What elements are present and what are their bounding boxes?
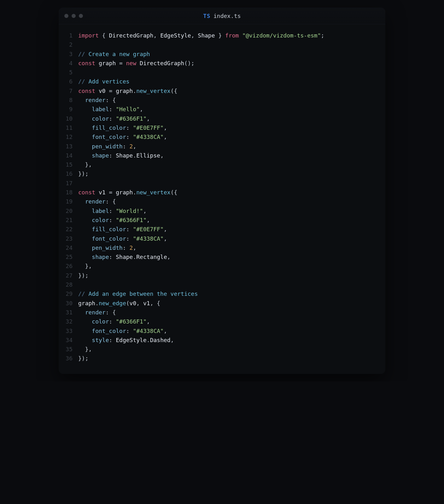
code-line[interactable]: fill_color: "#E0E7FF", (78, 225, 324, 234)
code-line[interactable]: }, (78, 345, 324, 354)
code-content[interactable]: import { DirectedGraph, EdgeStyle, Shape… (77, 31, 324, 363)
line-number: 19 (59, 197, 73, 206)
token-pr: fill_color (92, 226, 126, 232)
code-line[interactable]: render: { (78, 308, 324, 317)
code-line[interactable]: font_color: "#4338CA", (78, 326, 324, 335)
token-pu (78, 244, 92, 251)
token-pr: color (92, 115, 109, 122)
code-line[interactable] (78, 68, 324, 77)
line-number: 2 (59, 40, 73, 49)
code-editor[interactable]: 1234567891011121314151617181920212223242… (59, 24, 385, 374)
code-line[interactable]: fill_color: "#E0E7FF", (78, 123, 324, 132)
line-number: 12 (59, 132, 73, 141)
token-pu: , (164, 226, 167, 232)
token-pu (78, 254, 92, 260)
code-line[interactable] (78, 280, 324, 289)
token-str: "#E0E7FF" (133, 226, 164, 232)
token-pu (78, 226, 92, 232)
code-line[interactable] (78, 40, 324, 49)
code-line[interactable]: color: "#6366F1", (78, 317, 324, 326)
window-dot-minimize[interactable] (72, 14, 76, 18)
token-pr: style (92, 337, 109, 343)
code-line[interactable]: const graph = new DirectedGraph(); (78, 59, 324, 68)
token-str: "#6366F1" (116, 318, 147, 325)
line-number: 13 (59, 142, 73, 151)
code-line[interactable]: color: "#6366F1", (78, 215, 324, 225)
code-line[interactable]: label: "Hello", (78, 105, 324, 114)
token-pu: , (153, 32, 160, 39)
token-pu (239, 32, 242, 39)
line-number: 24 (59, 243, 73, 252)
token-pu (78, 115, 92, 122)
code-line[interactable]: // Create a new graph (78, 49, 324, 59)
token-id: Shape (116, 152, 133, 159)
code-line[interactable]: graph.new_edge(v0, v1, { (78, 299, 324, 308)
token-pu: : (109, 254, 116, 260)
line-number: 16 (59, 169, 73, 178)
code-line[interactable]: font_color: "#4338CA", (78, 234, 324, 243)
code-line[interactable]: font_color: "#4338CA", (78, 132, 324, 141)
code-line[interactable]: }); (78, 271, 324, 280)
token-pu: : (123, 244, 130, 251)
code-line[interactable]: }, (78, 261, 324, 271)
code-line[interactable]: // Add an edge between the vertices (78, 289, 324, 298)
token-pu: { (99, 32, 109, 39)
line-number: 18 (59, 188, 73, 197)
token-pu: : (109, 115, 116, 122)
window-dot-zoom[interactable] (79, 14, 83, 18)
token-id: graph (78, 300, 95, 306)
code-line[interactable]: render: { (78, 197, 324, 206)
code-line[interactable]: style: EdgeStyle.Dashed, (78, 335, 324, 345)
token-pu: = (116, 60, 126, 66)
token-fn: Add vertices (89, 78, 130, 85)
code-line[interactable]: }); (78, 354, 324, 363)
window-dot-close[interactable] (64, 14, 68, 18)
token-pu: }, (78, 263, 92, 269)
code-line[interactable]: import { DirectedGraph, EdgeStyle, Shape… (78, 31, 324, 40)
token-kw: from (225, 32, 239, 39)
token-pu: : (126, 134, 133, 140)
token-pu: }); (78, 272, 89, 279)
token-pu: ({ (171, 189, 178, 196)
token-pu: : (126, 235, 133, 242)
token-num: 2 (130, 244, 133, 251)
code-line[interactable]: color: "#6366F1", (78, 114, 324, 123)
code-line[interactable]: shape: Shape.Ellipse, (78, 151, 324, 160)
token-pu: , (164, 134, 167, 140)
token-pu (95, 88, 99, 94)
code-line[interactable]: label: "World!", (78, 206, 324, 215)
token-fn: new_vertex (136, 88, 170, 94)
line-number: 9 (59, 105, 73, 114)
token-kw: const (78, 60, 95, 66)
line-number: 22 (59, 225, 73, 234)
code-line[interactable]: pen_width: 2, (78, 142, 324, 151)
code-line[interactable]: }); (78, 169, 324, 178)
token-pu: , (143, 208, 147, 214)
token-pu: . (133, 152, 136, 159)
code-line[interactable]: // Add vertices (78, 77, 324, 86)
token-pu: , (164, 235, 167, 242)
line-number: 25 (59, 252, 73, 261)
line-number: 33 (59, 326, 73, 335)
token-pr: font_color (92, 328, 126, 334)
code-line[interactable]: }, (78, 160, 324, 169)
code-line[interactable]: pen_width: 2, (78, 243, 324, 252)
code-line[interactable]: const v0 = graph.new_vertex({ (78, 86, 324, 95)
token-pu: (); (184, 60, 195, 66)
line-number: 3 (59, 49, 73, 59)
active-tab[interactable]: TS index.ts (203, 13, 241, 19)
token-pu: ; (321, 32, 324, 39)
code-line[interactable]: shape: Shape.Rectangle, (78, 252, 324, 261)
token-pu (78, 208, 92, 214)
token-pu (78, 143, 92, 150)
token-num: 2 (130, 143, 133, 150)
code-line[interactable]: const v1 = graph.new_vertex({ (78, 188, 324, 197)
token-id: v0 (130, 300, 137, 306)
code-line[interactable]: render: { (78, 95, 324, 105)
line-number: 29 (59, 289, 73, 298)
token-kw: const (78, 189, 95, 196)
token-ty: DirectedGraph (140, 60, 184, 66)
token-id: v0 (99, 88, 106, 94)
code-line[interactable] (78, 179, 324, 188)
line-number: 11 (59, 123, 73, 132)
